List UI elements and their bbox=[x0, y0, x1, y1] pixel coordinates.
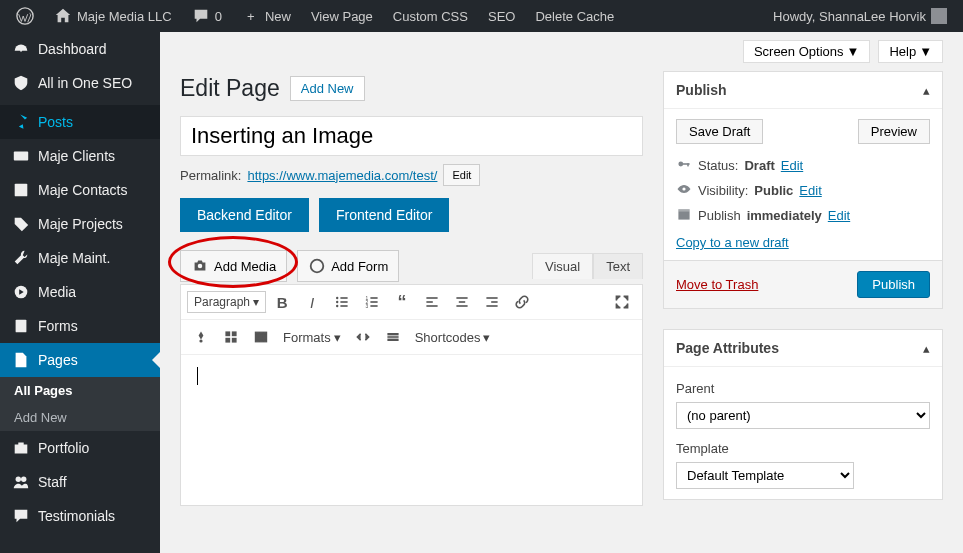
backend-editor-button[interactable]: Backend Editor bbox=[180, 198, 309, 232]
frontend-editor-button[interactable]: Frontend Editor bbox=[319, 198, 450, 232]
svg-rect-19 bbox=[370, 301, 377, 303]
view-page[interactable]: View Page bbox=[303, 0, 381, 32]
new-label: New bbox=[265, 9, 291, 24]
preview-button[interactable]: Preview bbox=[858, 119, 930, 144]
site-name[interactable]: Maje Media LLC bbox=[46, 0, 180, 32]
schedule-edit-link[interactable]: Edit bbox=[828, 208, 850, 223]
template-select[interactable]: Default Template bbox=[676, 462, 854, 489]
text-cursor bbox=[197, 367, 198, 385]
delete-cache[interactable]: Delete Cache bbox=[527, 0, 622, 32]
my-account[interactable]: Howdy, ShannaLee Horvik bbox=[765, 0, 955, 32]
svg-rect-26 bbox=[459, 301, 465, 303]
fullscreen-icon[interactable] bbox=[608, 288, 636, 316]
permalink-edit-button[interactable]: Edit bbox=[443, 164, 480, 186]
blockquote-icon[interactable]: “ bbox=[388, 288, 416, 316]
code-icon[interactable] bbox=[349, 323, 377, 351]
post-title-input[interactable] bbox=[180, 116, 643, 156]
svg-rect-2 bbox=[14, 152, 28, 161]
align-right-icon[interactable] bbox=[478, 288, 506, 316]
format-select[interactable]: Paragraph ▾ bbox=[187, 291, 266, 313]
svg-rect-21 bbox=[370, 305, 377, 307]
sidebar-item-projects[interactable]: Maje Projects bbox=[0, 207, 160, 241]
tag-icon bbox=[12, 215, 30, 233]
svg-point-9 bbox=[311, 260, 324, 273]
svg-rect-30 bbox=[486, 305, 497, 307]
publish-button[interactable]: Publish bbox=[857, 271, 930, 298]
formats-dropdown[interactable]: Formats ▾ bbox=[277, 330, 347, 345]
svg-rect-11 bbox=[340, 297, 347, 299]
sidebar-item-posts[interactable]: Posts bbox=[0, 105, 160, 139]
svg-point-12 bbox=[336, 301, 338, 303]
sidebar-item-staff[interactable]: Staff bbox=[0, 465, 160, 499]
vc-icon[interactable] bbox=[187, 323, 215, 351]
publish-box: Publish▴ Save Draft Preview Status: Draf… bbox=[663, 71, 943, 309]
id-icon bbox=[12, 147, 30, 165]
table-icon[interactable] bbox=[247, 323, 275, 351]
add-form-button[interactable]: Add Form bbox=[297, 250, 399, 282]
sidebar-item-media[interactable]: Media bbox=[0, 275, 160, 309]
copy-draft-link[interactable]: Copy to a new draft bbox=[676, 235, 789, 250]
template-label: Template bbox=[676, 441, 930, 456]
bullet-list-icon[interactable] bbox=[328, 288, 356, 316]
svg-rect-3 bbox=[15, 184, 28, 197]
publish-box-header[interactable]: Publish▴ bbox=[664, 72, 942, 109]
parent-select[interactable]: (no parent) bbox=[676, 402, 930, 429]
wp-logo[interactable] bbox=[8, 0, 42, 32]
wrench-icon bbox=[12, 249, 30, 267]
screen-options-button[interactable]: Screen Options ▼ bbox=[743, 40, 870, 63]
key-icon bbox=[676, 156, 692, 175]
submenu-all-pages[interactable]: All Pages bbox=[0, 377, 160, 404]
page-attributes-header[interactable]: Page Attributes▴ bbox=[664, 330, 942, 367]
visual-tab[interactable]: Visual bbox=[532, 253, 593, 279]
sidebar-item-pages[interactable]: Pages bbox=[0, 343, 160, 377]
seo-menu[interactable]: SEO bbox=[480, 0, 523, 32]
align-left-icon[interactable] bbox=[418, 288, 446, 316]
permalink-url[interactable]: https://www.majemedia.com/test/ bbox=[247, 168, 437, 183]
new-content[interactable]: +New bbox=[234, 0, 299, 32]
comments[interactable]: 0 bbox=[184, 0, 230, 32]
number-list-icon[interactable]: 123 bbox=[358, 288, 386, 316]
add-new-button[interactable]: Add New bbox=[290, 76, 365, 101]
svg-rect-37 bbox=[387, 333, 398, 335]
sidebar-item-forms[interactable]: Forms bbox=[0, 309, 160, 343]
custom-css[interactable]: Custom CSS bbox=[385, 0, 476, 32]
sidebar-item-dashboard[interactable]: Dashboard bbox=[0, 32, 160, 66]
svg-point-43 bbox=[682, 187, 685, 190]
grid-icon[interactable] bbox=[217, 323, 245, 351]
svg-rect-35 bbox=[232, 338, 237, 343]
italic-icon[interactable]: I bbox=[298, 288, 326, 316]
align-center-icon[interactable] bbox=[448, 288, 476, 316]
admin-bar: Maje Media LLC 0 +New View Page Custom C… bbox=[0, 0, 963, 32]
visibility-edit-link[interactable]: Edit bbox=[799, 183, 821, 198]
page-icon bbox=[12, 351, 30, 369]
trash-link[interactable]: Move to Trash bbox=[676, 277, 758, 292]
sidebar-item-maint[interactable]: Maje Maint. bbox=[0, 241, 160, 275]
status-edit-link[interactable]: Edit bbox=[781, 158, 803, 173]
svg-point-8 bbox=[198, 264, 203, 269]
save-draft-button[interactable]: Save Draft bbox=[676, 119, 763, 144]
media-icon bbox=[12, 283, 30, 301]
link-icon[interactable] bbox=[508, 288, 536, 316]
sidebar-item-clients[interactable]: Maje Clients bbox=[0, 139, 160, 173]
status-value: Draft bbox=[744, 158, 774, 173]
text-tab[interactable]: Text bbox=[593, 253, 643, 279]
sidebar-item-aioseo[interactable]: All in One SEO bbox=[0, 66, 160, 100]
shortcodes-dropdown[interactable]: Shortcodes ▾ bbox=[409, 330, 497, 345]
submenu-add-new[interactable]: Add New bbox=[0, 404, 160, 431]
separator-icon[interactable] bbox=[379, 323, 407, 351]
sidebar-item-contacts[interactable]: Maje Contacts bbox=[0, 173, 160, 207]
svg-point-31 bbox=[199, 339, 202, 342]
bold-icon[interactable]: B bbox=[268, 288, 296, 316]
caret-up-icon: ▴ bbox=[923, 83, 930, 98]
camera-icon bbox=[191, 257, 209, 275]
svg-rect-29 bbox=[491, 301, 497, 303]
add-media-button[interactable]: Add Media bbox=[180, 250, 287, 282]
help-button[interactable]: Help ▼ bbox=[878, 40, 943, 63]
caret-down-icon: ▼ bbox=[847, 44, 860, 59]
sidebar-item-portfolio[interactable]: Portfolio bbox=[0, 431, 160, 465]
wordpress-icon bbox=[16, 7, 34, 25]
svg-point-10 bbox=[336, 297, 338, 299]
sidebar-item-testimonials[interactable]: Testimonials bbox=[0, 499, 160, 533]
editor-canvas[interactable] bbox=[181, 355, 642, 505]
form-icon bbox=[12, 317, 30, 335]
